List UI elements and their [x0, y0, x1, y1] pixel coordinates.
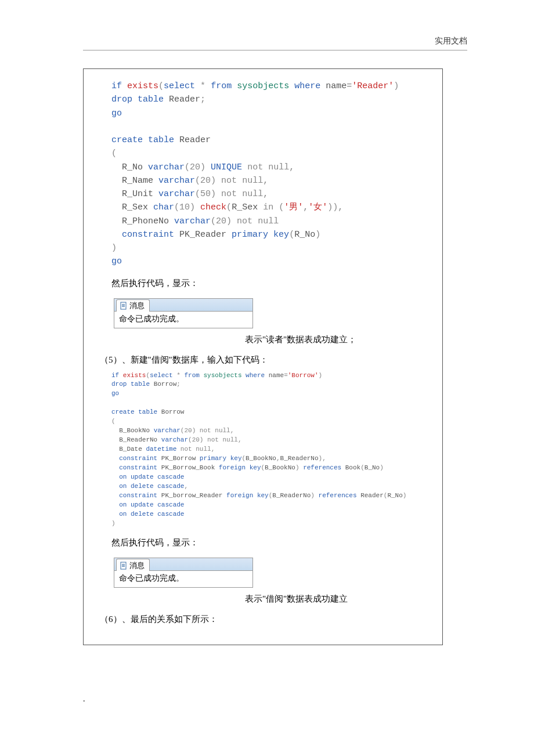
- op: =: [284, 372, 288, 379]
- ty: varchar: [158, 189, 195, 199]
- kw: from: [184, 372, 199, 379]
- kw: constraint: [119, 492, 157, 499]
- kw: go: [111, 390, 119, 397]
- lit: B_ReaderNo: [280, 455, 319, 462]
- kw: cascade: [157, 501, 184, 508]
- ty: varchar: [174, 216, 211, 226]
- lit: name: [269, 372, 284, 379]
- kw: cascade: [157, 511, 184, 518]
- op: (20): [195, 176, 216, 186]
- ty: varchar: [148, 162, 185, 172]
- op: ,: [276, 455, 280, 462]
- lit: PK_Borrow: [161, 455, 196, 462]
- kw: table: [148, 135, 174, 145]
- kw: if: [111, 81, 122, 91]
- kw: references: [303, 464, 341, 471]
- op: (: [289, 230, 294, 240]
- kw: cascade: [157, 483, 184, 490]
- op: (20): [181, 427, 196, 434]
- para-step-5: （5）、新建"借阅"数据库，输入如下代码：: [100, 355, 436, 366]
- id: sysobjects: [237, 81, 289, 91]
- svg-rect-2: [122, 305, 125, 306]
- message-tab[interactable]: 消息: [116, 299, 150, 312]
- message-tab-row: 消息: [114, 558, 252, 571]
- kw: primary: [232, 230, 268, 240]
- op: *: [176, 372, 181, 379]
- kw: where: [294, 81, 320, 91]
- caption-reader-created: 表示"读者"数据表成功建立；: [111, 334, 436, 345]
- op: (: [279, 202, 284, 212]
- kw: on: [119, 483, 127, 490]
- lit: Reader: [360, 492, 384, 499]
- ty: char: [153, 202, 174, 212]
- op: ;: [176, 381, 181, 388]
- lit: Book: [345, 464, 360, 471]
- lit: R_Unit: [122, 189, 153, 199]
- op: ,: [211, 446, 215, 453]
- message-panel-2: 消息 命令已成功完成。: [114, 558, 253, 588]
- fn: check: [200, 202, 226, 212]
- kw: cascade: [157, 473, 184, 480]
- message-tab[interactable]: 消息: [116, 559, 150, 571]
- svg-rect-6: [122, 565, 125, 566]
- fn: exists: [123, 372, 146, 379]
- message-tab-row: 消息: [114, 299, 252, 312]
- kw: table: [138, 95, 164, 104]
- ty: varchar: [154, 427, 181, 434]
- kw: go: [111, 256, 122, 266]
- op: =: [347, 81, 352, 91]
- op: null: [258, 216, 279, 226]
- para-run-code-2: 然后执行代码，显示：: [111, 537, 436, 548]
- op: in: [263, 202, 273, 212]
- lit: B_ReaderNo: [272, 492, 311, 499]
- footer-dot: .: [83, 694, 85, 704]
- lit: R_No: [294, 230, 315, 240]
- content-frame: if exists(select * from sysobjects where…: [83, 68, 443, 645]
- lit: R_Sex: [122, 202, 148, 212]
- op: ): [311, 492, 315, 499]
- lit: B_BookNo: [265, 464, 295, 471]
- op: (20): [185, 162, 205, 172]
- kw: from: [211, 81, 232, 91]
- op: ): [111, 520, 116, 527]
- ty: varchar: [161, 436, 188, 443]
- kw: foreign: [219, 464, 246, 471]
- op: null: [196, 446, 211, 453]
- str: '女': [308, 202, 327, 212]
- kw: drop: [111, 95, 132, 104]
- ty: datetime: [146, 446, 176, 453]
- para-step-6: （6）、最后的关系如下所示：: [100, 614, 436, 625]
- lit: Borrow: [161, 408, 185, 415]
- document-icon: [120, 562, 127, 570]
- kw: UNIQUE: [211, 162, 242, 172]
- kw: delete: [131, 511, 154, 518]
- lit: B_BookNo: [246, 455, 276, 462]
- kw: update: [131, 473, 154, 480]
- op: )): [327, 202, 338, 212]
- op: ): [394, 81, 399, 91]
- str: '男': [284, 202, 303, 212]
- op: ,: [263, 176, 268, 186]
- op: ,: [230, 427, 234, 434]
- op: not: [221, 176, 237, 186]
- op: (: [111, 418, 116, 425]
- str: 'Borrow': [288, 372, 319, 379]
- op: not: [247, 162, 263, 172]
- svg-rect-3: [122, 306, 125, 307]
- lit: Reader: [169, 95, 200, 104]
- op: (20): [211, 216, 232, 226]
- lit: PK_borrow_Reader: [161, 492, 223, 499]
- kw: create: [111, 408, 135, 415]
- lit: Borrow: [154, 381, 177, 388]
- kw: on: [119, 501, 127, 508]
- op: ,: [263, 189, 268, 199]
- kw: drop: [111, 381, 127, 388]
- lit: name: [326, 81, 347, 91]
- svg-rect-1: [122, 304, 125, 305]
- message-tab-label: 消息: [129, 301, 145, 311]
- svg-rect-5: [122, 564, 125, 565]
- str: 'Reader': [352, 81, 394, 91]
- op: (: [226, 202, 232, 212]
- kw: table: [131, 381, 150, 388]
- lit: R_Sex: [232, 202, 258, 212]
